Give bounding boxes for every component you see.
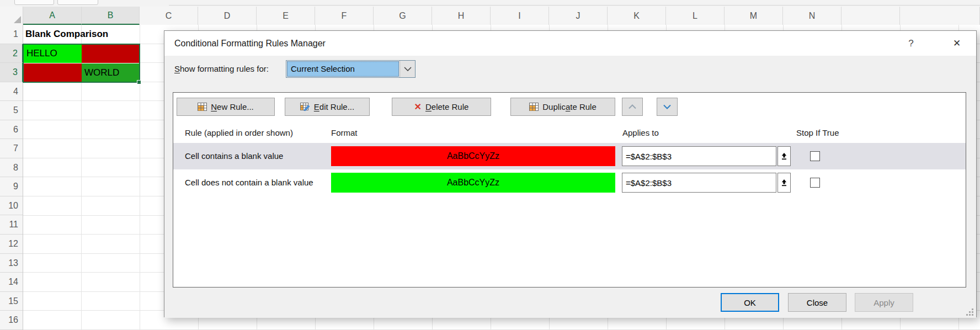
dialog-title-bar: Conditional Formatting Rules Manager ? ✕ [164,31,976,56]
header-stop-if-true: Stop If True [796,123,839,143]
resize-grip[interactable] [966,308,973,316]
cell-b2[interactable] [82,44,140,63]
row-header-13[interactable]: 13 [0,254,23,273]
column-header-e[interactable]: E [257,7,315,25]
collapse-dialog-icon [780,179,788,187]
row-header-8[interactable]: 8 [0,158,23,178]
formula-bar-divider [169,5,980,6]
stop-if-true-checkbox[interactable] [810,151,820,161]
row-header-12[interactable]: 12 [0,235,23,254]
cell-a2[interactable]: HELLO [24,44,82,63]
row-header-5[interactable]: 5 [0,101,23,120]
row-header-4[interactable]: 4 [0,82,23,102]
dialog-title: Conditional Formatting Rules Manager [174,31,326,56]
range-picker-button[interactable] [777,146,791,166]
help-button[interactable]: ? [903,31,919,56]
move-rule-down-button[interactable] [657,98,678,116]
row-header-14[interactable]: 14 [0,273,23,292]
rules-table-header: Rule (applied in order shown) Format App… [173,123,966,143]
column-headers: A B C D E F G H I J K L M N [0,7,980,25]
chevron-up-icon [628,104,637,109]
excel-window: A B C D E F G H I J K L M N 1 2 3 4 5 6 … [0,0,980,330]
column-header-a[interactable]: A [23,7,82,25]
new-rule-label: New Rule... [211,102,254,111]
header-format: Format [331,123,358,143]
duplicate-rule-button[interactable]: Duplicate Rule [510,98,615,116]
column-header-j[interactable]: J [549,7,608,25]
select-all-triangle-icon [14,16,21,23]
header-rule: Rule (applied in order shown) [185,123,293,143]
formula-bar-edge [0,0,980,7]
column-header-blank-2[interactable] [900,7,980,25]
range-picker-button[interactable] [777,173,791,193]
edit-rule-icon [300,103,310,111]
column-header-k[interactable]: K [608,7,666,25]
column-header-g[interactable]: G [374,7,432,25]
row-header-11[interactable]: 11 [0,215,23,235]
column-header-b[interactable]: B [82,7,140,25]
chevron-down-icon[interactable] [400,61,415,77]
rule-name: Cell does not contain a blank value [185,169,313,196]
duplicate-rule-label: Duplicate Rule [542,102,596,111]
column-header-f[interactable]: F [315,7,374,25]
column-header-d[interactable]: D [198,7,257,25]
stop-if-true-checkbox[interactable] [810,178,820,188]
cell-a1[interactable]: Blank Comparison [25,25,108,44]
applies-to-input[interactable] [622,173,776,193]
rule-name: Cell contains a blank value [185,143,283,169]
move-rule-up-button[interactable] [622,98,643,116]
applies-to-group [622,146,791,166]
header-applies-to: Applies to [622,123,659,143]
ok-button[interactable]: OK [721,293,779,312]
row-header-2[interactable]: 2 [0,44,23,63]
collapse-dialog-icon [780,152,788,161]
row-header-9[interactable]: 9 [0,177,23,196]
column-header-m[interactable]: M [725,7,783,25]
dialog-body: Show formatting rules for: Current Selec… [164,56,976,318]
applies-to-input[interactable] [622,146,776,166]
show-rules-selected-value: Current Selection [287,61,399,77]
column-header-h[interactable]: H [432,7,491,25]
dialog-footer: OK Close Apply [164,288,976,318]
delete-x-icon: ✕ [414,102,422,112]
duplicate-rule-grid-icon [529,103,539,111]
rule-row-blank[interactable]: Cell contains a blank value AaBbCcYyZz [173,143,966,169]
column-header-l[interactable]: L [666,7,725,25]
apply-button[interactable]: Apply [855,293,913,312]
toolbar-stub [57,0,98,5]
rules-list-box: New Rule... Edit Rule... ✕ Delete Rule D… [173,92,966,288]
show-rules-label: Show formatting rules for: [174,62,269,76]
column-header-n[interactable]: N [783,7,841,25]
cell-a3[interactable] [24,63,82,82]
close-icon[interactable]: ✕ [947,31,967,56]
row-header-6[interactable]: 6 [0,120,23,140]
column-header-i[interactable]: I [491,7,549,25]
delete-rule-label: Delete Rule [425,102,468,111]
fill-handle[interactable] [137,80,141,84]
column-header-blank-1[interactable] [841,7,900,25]
show-rules-dropdown[interactable]: Current Selection [286,60,416,78]
row-header-3[interactable]: 3 [0,63,23,82]
new-rule-grid-icon [198,103,207,111]
delete-rule-button[interactable]: ✕ Delete Rule [392,98,491,116]
row-header-16[interactable]: 16 [0,311,23,330]
row-header-10[interactable]: 10 [0,196,23,216]
close-button[interactable]: Close [788,293,846,312]
new-rule-button[interactable]: New Rule... [177,98,275,116]
row-header-15[interactable]: 15 [0,292,23,311]
format-preview-swatch: AaBbCcYyZz [331,173,615,193]
select-all-corner[interactable] [0,7,23,25]
rule-row-not-blank[interactable]: Cell does not contain a blank value AaBb… [173,169,966,196]
applies-to-group [622,173,791,193]
row-header-1[interactable]: 1 [0,25,23,44]
row-headers: 1 2 3 4 5 6 7 8 9 10 11 12 13 14 15 16 [0,25,23,330]
row-header-7[interactable]: 7 [0,139,23,158]
column-header-c[interactable]: C [140,7,198,25]
cf-rules-manager-dialog: Conditional Formatting Rules Manager ? ✕… [164,30,977,317]
format-preview-swatch: AaBbCcYyZz [331,146,615,166]
name-box-stub [14,0,54,5]
chevron-down-icon [663,104,672,109]
edit-rule-label: Edit Rule... [314,102,354,111]
cell-b3[interactable]: WORLD [82,63,140,82]
edit-rule-button[interactable]: Edit Rule... [285,98,370,116]
